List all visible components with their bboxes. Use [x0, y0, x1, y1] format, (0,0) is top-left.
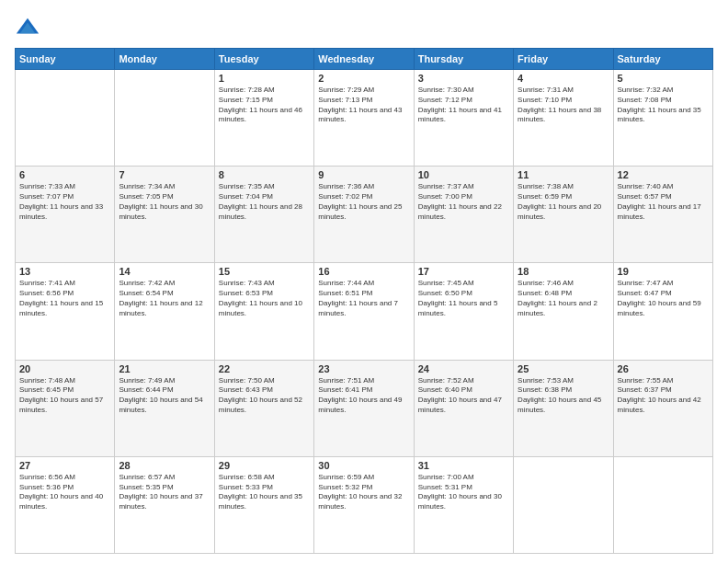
header	[15, 15, 713, 40]
day-number: 6	[19, 169, 110, 180]
day-info: Sunrise: 7:44 AMSunset: 6:51 PMDaylight:…	[318, 279, 409, 318]
day-cell-2: 2Sunrise: 7:29 AMSunset: 7:13 PMDaylight…	[314, 70, 414, 167]
day-info: Sunrise: 7:41 AMSunset: 6:56 PMDaylight:…	[19, 279, 110, 318]
weekday-header-saturday: Saturday	[613, 49, 712, 70]
day-info: Sunrise: 7:43 AMSunset: 6:53 PMDaylight:…	[219, 279, 310, 318]
day-number: 28	[119, 460, 210, 471]
weekday-header-thursday: Thursday	[414, 49, 513, 70]
day-number: 24	[418, 363, 509, 374]
day-number: 10	[418, 169, 509, 180]
day-number: 20	[19, 363, 110, 374]
day-info: Sunrise: 7:50 AMSunset: 6:43 PMDaylight:…	[219, 376, 310, 416]
day-number: 15	[219, 266, 310, 277]
weekday-header-row: SundayMondayTuesdayWednesdayThursdayFrid…	[16, 49, 713, 70]
day-number: 29	[219, 460, 310, 471]
empty-cell	[613, 456, 712, 553]
day-cell-29: 29Sunrise: 6:58 AMSunset: 5:33 PMDayligh…	[214, 456, 313, 553]
empty-cell	[16, 70, 115, 167]
day-number: 3	[418, 73, 509, 84]
day-info: Sunrise: 7:29 AMSunset: 7:13 PMDaylight:…	[318, 86, 409, 125]
week-row-3: 13Sunrise: 7:41 AMSunset: 6:56 PMDayligh…	[16, 263, 713, 360]
day-cell-14: 14Sunrise: 7:42 AMSunset: 6:54 PMDayligh…	[115, 263, 214, 360]
day-number: 22	[219, 363, 310, 374]
day-info: Sunrise: 7:51 AMSunset: 6:41 PMDaylight:…	[318, 376, 409, 416]
calendar-table: SundayMondayTuesdayWednesdayThursdayFrid…	[15, 48, 713, 554]
day-number: 4	[518, 73, 609, 84]
day-info: Sunrise: 7:55 AMSunset: 6:37 PMDaylight:…	[618, 376, 709, 416]
day-cell-10: 10Sunrise: 7:37 AMSunset: 7:00 PMDayligh…	[414, 167, 513, 263]
day-cell-11: 11Sunrise: 7:38 AMSunset: 6:59 PMDayligh…	[514, 167, 613, 263]
day-info: Sunrise: 7:37 AMSunset: 7:00 PMDaylight:…	[418, 182, 509, 222]
day-cell-9: 9Sunrise: 7:36 AMSunset: 7:02 PMDaylight…	[314, 167, 414, 263]
day-info: Sunrise: 7:47 AMSunset: 6:47 PMDaylight:…	[618, 279, 709, 318]
week-row-2: 6Sunrise: 7:33 AMSunset: 7:07 PMDaylight…	[16, 167, 713, 263]
day-info: Sunrise: 7:00 AMSunset: 5:31 PMDaylight:…	[418, 473, 509, 512]
day-info: Sunrise: 7:32 AMSunset: 7:08 PMDaylight:…	[618, 86, 709, 125]
day-number: 16	[318, 266, 409, 277]
page: SundayMondayTuesdayWednesdayThursdayFrid…	[0, 0, 728, 563]
day-info: Sunrise: 7:34 AMSunset: 7:05 PMDaylight:…	[119, 182, 210, 222]
day-info: Sunrise: 7:36 AMSunset: 7:02 PMDaylight:…	[318, 182, 409, 222]
day-cell-19: 19Sunrise: 7:47 AMSunset: 6:47 PMDayligh…	[613, 263, 712, 360]
day-number: 18	[518, 266, 609, 277]
day-number: 30	[318, 460, 409, 471]
day-info: Sunrise: 7:46 AMSunset: 6:48 PMDaylight:…	[518, 279, 609, 318]
day-cell-30: 30Sunrise: 6:59 AMSunset: 5:32 PMDayligh…	[314, 456, 414, 553]
logo-icon	[15, 15, 40, 40]
day-cell-8: 8Sunrise: 7:35 AMSunset: 7:04 PMDaylight…	[214, 167, 313, 263]
empty-cell	[514, 456, 613, 553]
day-cell-1: 1Sunrise: 7:28 AMSunset: 7:15 PMDaylight…	[214, 70, 313, 167]
day-number: 21	[119, 363, 210, 374]
day-info: Sunrise: 7:33 AMSunset: 7:07 PMDaylight:…	[19, 182, 110, 222]
day-cell-6: 6Sunrise: 7:33 AMSunset: 7:07 PMDaylight…	[16, 167, 115, 263]
day-number: 19	[618, 266, 709, 277]
day-number: 11	[518, 169, 609, 180]
day-number: 7	[119, 169, 210, 180]
day-number: 17	[418, 266, 509, 277]
logo	[15, 15, 44, 40]
day-number: 27	[19, 460, 110, 471]
weekday-header-monday: Monday	[115, 49, 214, 70]
weekday-header-sunday: Sunday	[16, 49, 115, 70]
day-cell-27: 27Sunrise: 6:56 AMSunset: 5:36 PMDayligh…	[16, 456, 115, 553]
day-info: Sunrise: 6:56 AMSunset: 5:36 PMDaylight:…	[19, 473, 110, 512]
day-number: 12	[618, 169, 709, 180]
weekday-header-tuesday: Tuesday	[214, 49, 313, 70]
day-info: Sunrise: 7:42 AMSunset: 6:54 PMDaylight:…	[119, 279, 210, 318]
day-cell-3: 3Sunrise: 7:30 AMSunset: 7:12 PMDaylight…	[414, 70, 513, 167]
day-number: 1	[219, 73, 310, 84]
day-number: 2	[318, 73, 409, 84]
day-info: Sunrise: 6:59 AMSunset: 5:32 PMDaylight:…	[318, 473, 409, 512]
empty-cell	[115, 70, 214, 167]
day-cell-20: 20Sunrise: 7:48 AMSunset: 6:45 PMDayligh…	[16, 360, 115, 456]
day-number: 31	[418, 460, 509, 471]
day-number: 8	[219, 169, 310, 180]
day-cell-7: 7Sunrise: 7:34 AMSunset: 7:05 PMDaylight…	[115, 167, 214, 263]
day-cell-22: 22Sunrise: 7:50 AMSunset: 6:43 PMDayligh…	[214, 360, 313, 456]
day-number: 23	[318, 363, 409, 374]
day-number: 9	[318, 169, 409, 180]
day-info: Sunrise: 7:40 AMSunset: 6:57 PMDaylight:…	[618, 182, 709, 222]
day-cell-16: 16Sunrise: 7:44 AMSunset: 6:51 PMDayligh…	[314, 263, 414, 360]
day-info: Sunrise: 7:30 AMSunset: 7:12 PMDaylight:…	[418, 86, 509, 125]
day-cell-26: 26Sunrise: 7:55 AMSunset: 6:37 PMDayligh…	[613, 360, 712, 456]
day-info: Sunrise: 7:45 AMSunset: 6:50 PMDaylight:…	[418, 279, 509, 318]
day-number: 25	[518, 363, 609, 374]
week-row-5: 27Sunrise: 6:56 AMSunset: 5:36 PMDayligh…	[16, 456, 713, 553]
day-info: Sunrise: 7:48 AMSunset: 6:45 PMDaylight:…	[19, 376, 110, 416]
day-cell-4: 4Sunrise: 7:31 AMSunset: 7:10 PMDaylight…	[514, 70, 613, 167]
day-info: Sunrise: 7:52 AMSunset: 6:40 PMDaylight:…	[418, 376, 509, 416]
day-info: Sunrise: 6:57 AMSunset: 5:35 PMDaylight:…	[119, 473, 210, 512]
day-cell-12: 12Sunrise: 7:40 AMSunset: 6:57 PMDayligh…	[613, 167, 712, 263]
week-row-1: 1Sunrise: 7:28 AMSunset: 7:15 PMDaylight…	[16, 70, 713, 167]
day-cell-5: 5Sunrise: 7:32 AMSunset: 7:08 PMDaylight…	[613, 70, 712, 167]
day-info: Sunrise: 7:53 AMSunset: 6:38 PMDaylight:…	[518, 376, 609, 416]
day-cell-15: 15Sunrise: 7:43 AMSunset: 6:53 PMDayligh…	[214, 263, 313, 360]
day-number: 14	[119, 266, 210, 277]
day-cell-24: 24Sunrise: 7:52 AMSunset: 6:40 PMDayligh…	[414, 360, 513, 456]
day-info: Sunrise: 7:38 AMSunset: 6:59 PMDaylight:…	[518, 182, 609, 222]
day-cell-23: 23Sunrise: 7:51 AMSunset: 6:41 PMDayligh…	[314, 360, 414, 456]
day-cell-31: 31Sunrise: 7:00 AMSunset: 5:31 PMDayligh…	[414, 456, 513, 553]
day-number: 13	[19, 266, 110, 277]
day-cell-21: 21Sunrise: 7:49 AMSunset: 6:44 PMDayligh…	[115, 360, 214, 456]
